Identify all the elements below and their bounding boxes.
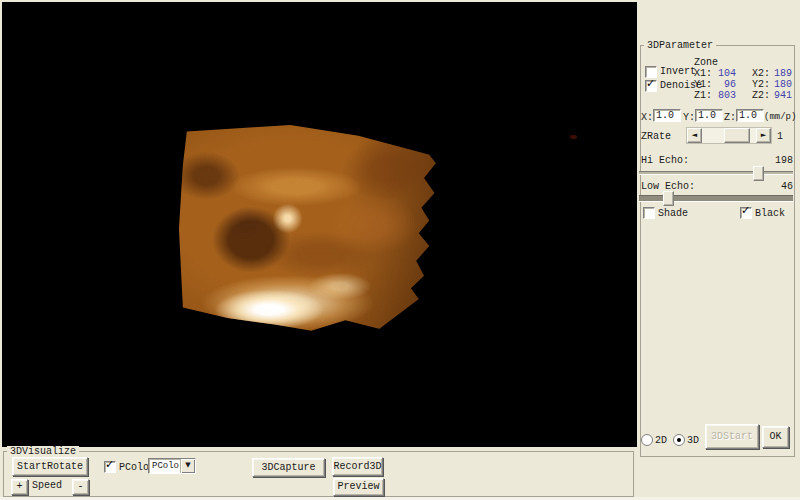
scale-z-input[interactable] <box>736 109 764 122</box>
speed-label: Speed <box>32 480 62 491</box>
parameter-group-title: 3DParameter <box>644 40 716 51</box>
zone-x1-value: 104 <box>706 68 736 79</box>
speed-minus-label: - <box>73 480 88 494</box>
check-icon: ✓ <box>646 78 655 89</box>
zone-z2-value: 941 <box>768 90 792 101</box>
ultrasound-volume-render[interactable] <box>175 123 437 335</box>
capture3d-button-label: 3DCapture <box>253 459 324 476</box>
speed-minus-button[interactable]: - <box>72 479 89 495</box>
mode-3d-label: 3D <box>687 435 699 446</box>
zrate-right-arrow-button[interactable]: ► <box>756 128 771 143</box>
zone-y1-value: 96 <box>706 79 736 90</box>
record3d-button-label: Record3D <box>333 458 382 475</box>
scale-x-input[interactable] <box>653 109 681 122</box>
visualize-group-title: 3DVisualize <box>7 446 79 457</box>
pcolor-checkbox[interactable]: ✓ <box>104 461 116 473</box>
shade-checkbox[interactable] <box>643 207 655 219</box>
record3d-button[interactable]: Record3D <box>332 457 383 476</box>
scale-y-label: Y: <box>683 112 695 123</box>
start-rotate-button[interactable]: StartRotate <box>12 457 88 476</box>
denoise-checkbox[interactable]: ✓ <box>645 80 657 92</box>
mode-2d-radio[interactable] <box>641 434 653 446</box>
preview-button[interactable]: Preview <box>333 478 384 496</box>
radio-dot-icon <box>677 438 681 442</box>
mode-2d-label: 2D <box>655 435 667 446</box>
low-echo-value: 46 <box>763 181 793 192</box>
hi-echo-value: 198 <box>763 155 793 166</box>
start-rotate-button-label: StartRotate <box>13 458 87 475</box>
zrate-scrollbar[interactable]: ◄ ► <box>686 127 772 144</box>
scale-x-label: X: <box>641 112 653 123</box>
check-icon: ✓ <box>741 205 750 216</box>
parameter-groupbox <box>640 45 795 457</box>
zone-x2-value: 189 <box>768 68 792 79</box>
black-label: Black <box>755 208 785 219</box>
scale-y-input[interactable] <box>695 109 723 122</box>
render-artifact <box>570 135 577 139</box>
check-icon: ✓ <box>105 459 114 470</box>
hi-echo-slider-thumb[interactable] <box>753 166 764 181</box>
zrate-label: ZRate <box>641 131 671 142</box>
scale-z-label: Z: <box>724 112 736 123</box>
zone-label: Zone <box>694 57 718 68</box>
ok-button[interactable]: OK <box>762 426 789 448</box>
speed-plus-label: + <box>12 480 27 494</box>
pcolor-dropdown[interactable]: PColor ▼ <box>148 458 196 474</box>
arrow-left-icon: ◄ <box>688 129 701 142</box>
invert-label: Invert <box>660 66 696 77</box>
start3d-button[interactable]: 3DStart <box>705 424 759 449</box>
speed-plus-button[interactable]: + <box>11 479 28 495</box>
low-echo-slider-thumb[interactable] <box>663 191 674 206</box>
zrate-value: 1 <box>777 131 783 142</box>
start3d-button-label: 3DStart <box>706 425 758 448</box>
black-checkbox[interactable]: ✓ <box>740 207 752 219</box>
render-viewport[interactable] <box>2 2 637 447</box>
hi-echo-slider-track[interactable] <box>639 171 793 175</box>
hi-echo-label: Hi Echo: <box>641 155 689 166</box>
capture3d-button[interactable]: 3DCapture <box>252 458 325 477</box>
zrate-scrollbar-thumb[interactable] <box>724 128 750 143</box>
app-window: 3DParameter Invert ✓ Denoise Zone X1: 10… <box>0 0 800 500</box>
chevron-down-icon: ▼ <box>181 459 195 472</box>
preview-button-label: Preview <box>334 479 383 495</box>
ok-button-label: OK <box>763 427 788 447</box>
zone-y2-value: 180 <box>768 79 792 90</box>
shade-label: Shade <box>658 208 688 219</box>
zrate-left-arrow-button[interactable]: ◄ <box>687 128 702 143</box>
mode-3d-radio[interactable] <box>673 434 685 446</box>
pcolor-dropdown-arrow-button[interactable]: ▼ <box>180 459 195 473</box>
scale-unit-label: (mm/p) <box>764 112 796 123</box>
arrow-right-icon: ► <box>757 129 770 142</box>
zone-z1-value: 803 <box>706 90 736 101</box>
